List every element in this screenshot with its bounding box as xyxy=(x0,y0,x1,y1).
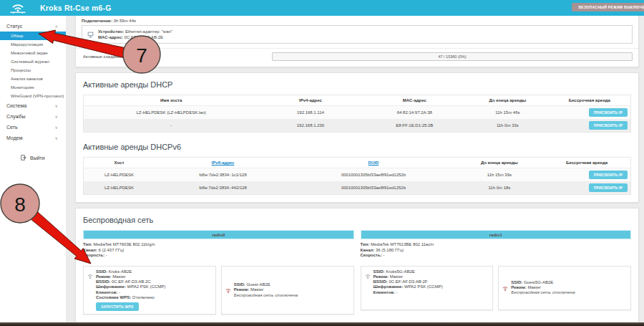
radio1-header: radio1 xyxy=(361,230,632,239)
ssid-label: SSID: xyxy=(234,282,245,287)
wan-uptime-label: Подключение: xyxy=(82,19,112,23)
sidebar-item-wireguard[interactable]: WireGuard (VPN-протокол) xyxy=(0,92,66,100)
wan-mac-value: 0C:EF:AF:D3:AB:2E xyxy=(125,35,163,39)
dhcpv6-col-lease: До конца аренды xyxy=(456,158,543,168)
table-row: LZ-HELPDESK (LZ-HELPDESK.lan) 192.168.1.… xyxy=(84,106,631,120)
sidebar-item-firewall[interactable]: Межсетевой экран xyxy=(0,49,66,57)
dhcp-col-static: Бессрочная аренда xyxy=(549,95,631,106)
wan-uptime: Подключение: 0h 59m 44s xyxy=(82,19,633,23)
wan-device-box: Устройство: Ethernet-адаптер: "wan" MAC-… xyxy=(82,25,633,44)
wireless-disabled-note: Беспроводная сеть отключена xyxy=(511,290,575,295)
sidebar-group-status[interactable]: Статус ∧ xyxy=(0,21,66,32)
logout-label: Выйти xyxy=(30,155,45,160)
wps-state-value: Отключено xyxy=(132,295,155,299)
sidebar-group-services-label: Службы xyxy=(6,114,26,119)
cell-lease: 11h 0m 18s xyxy=(456,181,543,195)
ssid-value: Guest5G-AB2E xyxy=(524,280,553,284)
radio0-type: MediaTek MT7603E 802.11b/g/n xyxy=(93,242,155,246)
sidebar-item-channel-analysis[interactable]: Анализ каналов xyxy=(0,75,66,83)
assign-ip-button[interactable]: ПРИСВОИТЬ IP xyxy=(589,108,628,117)
sidebar-group-services[interactable]: Службы ∨ xyxy=(0,111,66,122)
cell-ipv6: fd6e:7de2:3834::1c1/128 xyxy=(155,168,291,182)
cell-host: LZ-HELPDESK xyxy=(84,181,155,195)
cell-ipv4: 192.168.1.114 xyxy=(258,106,362,120)
app-header: Kroks Rt-Cse m6-G БЕЗОПАСНЫЙ РЕЖИМ ВЫКЛЮ… xyxy=(0,0,644,16)
dhcp-col-ipv4: IPv4-адрес xyxy=(258,95,362,106)
table-row: - 192.168.1.230 E8:FF:1E:D1:25:2B 11h 0m… xyxy=(84,119,631,133)
sidebar-group-system[interactable]: Система ∨ xyxy=(0,100,66,111)
clients-value: - xyxy=(119,290,120,294)
cell-hostname: LZ-HELPDESK (LZ-HELPDESK.lan) xyxy=(84,106,259,120)
wireless-disabled-note: Беспроводная сеть отключена xyxy=(234,293,298,298)
radio1-type: MediaTek MT7613BE 802.11ac/n xyxy=(371,242,434,246)
bssid-label: BSSID: xyxy=(96,279,110,284)
ssid-value: Guest-AB2E xyxy=(246,282,270,287)
sidebar-item-processes[interactable]: Процессы xyxy=(0,66,66,75)
wifi-disabled-icon xyxy=(225,284,231,297)
radio1-panel: radio1 Тип: MediaTek MT7613BE 802.11ac/n… xyxy=(361,230,632,315)
sidebar-group-network[interactable]: Сеть ∨ xyxy=(0,122,66,133)
sidebar-item-monitoring[interactable]: Мониторинг xyxy=(0,83,66,92)
dhcp-col-mac: MAC-адрес xyxy=(363,95,467,106)
dhcpv6-title: Активные аренды DHCPv6 xyxy=(83,143,631,151)
ssid-value: Kroks-AB2E xyxy=(109,269,132,274)
sidebar-group-modem[interactable]: Модем ∨ xyxy=(0,133,66,143)
bssid-value: 0C:EF:AF:D3:AB:2C xyxy=(112,279,151,284)
encryption-value: WPA2 PSK (CCMP) xyxy=(127,284,166,289)
mode-value: Master xyxy=(250,287,263,292)
mode-label: Режим: xyxy=(374,274,389,279)
chevron-down-icon: ∨ xyxy=(55,114,58,119)
sidebar-item-overview[interactable]: Обзор xyxy=(0,32,66,40)
safe-mode-button[interactable]: БЕЗОПАСНЫЙ РЕЖИМ ВЫКЛЮЧЕН xyxy=(572,3,644,11)
mode-label: Режим: xyxy=(511,285,527,289)
sidebar-item-routing[interactable]: Маршрутизация xyxy=(0,40,66,49)
dhcpv6-col-ipv6-link[interactable]: IPv6-адрес xyxy=(155,158,291,168)
assign-ip-button[interactable]: ПРИСВОИТЬ IP xyxy=(589,171,628,179)
radio1-info: Тип: MediaTek MT7613BE 802.11ac/n Канал:… xyxy=(361,242,632,259)
dhcp-leases-card: Активные аренды DHCP Имя хоста IPv4-адре… xyxy=(75,72,639,203)
type-label: Тип: xyxy=(83,242,92,246)
table-row: LZ-HELPDESK fd6e:7de2:3834::1c1/128 0001… xyxy=(84,168,631,182)
radio1-channel: 36 (5.180 ГГц) xyxy=(376,248,404,252)
assign-ip-button[interactable]: ПРИСВОИТЬ IP xyxy=(589,183,628,192)
table-row: LZ-HELPDESK fd6e:7de2:3834::442/128 0001… xyxy=(84,181,631,195)
radio0-panel: radio0 Тип: MediaTek MT7603E 802.11b/g/n… xyxy=(83,230,354,315)
screen-bottom-edge xyxy=(0,322,644,326)
encryption-value: WPA2 PSK (CCMP) xyxy=(404,284,443,289)
active-connections-progressbar: 47 / 15360 (0%) xyxy=(272,52,633,61)
dhcpv6-col-static: Бессрочная аренда xyxy=(543,158,630,168)
sidebar-item-system-log[interactable]: Системный журнал xyxy=(0,57,66,66)
cell-duid: 00010001305bf33ae8f91ed1252b xyxy=(291,181,456,195)
divider xyxy=(76,48,638,49)
channel-label: Канал: xyxy=(361,248,375,252)
ssid-value: Kroks5G-AB2E xyxy=(386,269,415,274)
wifi-network-card-kroks: SSID: Kroks-AB2E Режим: Master BSSID: 0C… xyxy=(83,266,216,315)
logout-button[interactable]: Выйти xyxy=(0,150,66,166)
radio0-channel: 6 (2.437 ГГц) xyxy=(99,248,125,252)
assign-ip-button[interactable]: ПРИСВОИТЬ IP xyxy=(589,121,628,130)
wifi-network-card-guest: SSID: Guest-AB2E Режим: Master Беспровод… xyxy=(221,266,354,315)
wan-device-label: Устройство: xyxy=(98,29,124,34)
encryption-label: Шифрование: xyxy=(374,284,404,289)
channel-label: Канал: xyxy=(83,248,97,252)
dhcpv6-col-duid-link[interactable]: DUID xyxy=(291,158,456,168)
mode-value: Master xyxy=(112,274,125,279)
cell-lease: 11h 15m 39s xyxy=(456,168,543,182)
cell-mac: 64:82:14:97:2A:38 xyxy=(363,106,467,120)
dhcp-col-hostname: Имя хоста xyxy=(84,95,259,106)
start-wps-button[interactable]: ЗАПУСТИТЬ WPS xyxy=(96,302,139,311)
dhcp-table: Имя хоста IPv4-адрес MAC-адрес До конца … xyxy=(83,95,631,133)
cell-lease: 11h 0m 33s xyxy=(467,119,549,133)
wan-device-value: Ethernet-адаптер: "wan" xyxy=(125,29,172,34)
bitrate-label: Скорость: xyxy=(83,253,104,257)
bssid-label: BSSID: xyxy=(374,279,388,284)
clients-value: - xyxy=(396,290,398,294)
router-wifi-logo-icon xyxy=(7,2,29,16)
cell-ipv4: 192.168.1.230 xyxy=(258,119,362,133)
sidebar-group-system-label: Система xyxy=(6,103,26,108)
radio1-bitrate: - xyxy=(383,253,384,257)
bssid-value: 0C:EF:AF:D3:AB:2F xyxy=(389,279,428,284)
mode-label: Режим: xyxy=(234,287,250,292)
wps-state-label: Состояние WPS: xyxy=(96,295,131,299)
type-label: Тип: xyxy=(361,242,370,246)
